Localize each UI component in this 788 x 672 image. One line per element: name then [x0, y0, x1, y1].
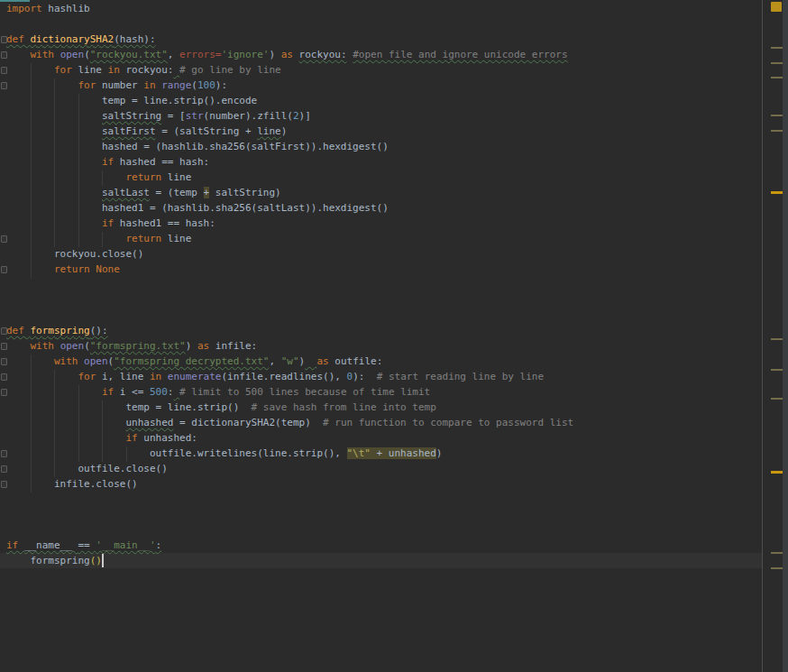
code-line[interactable]: unhashed = dictionarySHA2(temp) # run fu…	[6, 415, 573, 430]
code-line[interactable]: return None	[6, 262, 573, 277]
code-line[interactable]: with open("formspring decrypted.txt", "w…	[6, 354, 573, 369]
code-token	[6, 95, 102, 106]
code-token: ():	[90, 325, 108, 336]
code-token	[6, 141, 102, 152]
code-line[interactable]: with open("rockyou.txt", errors='ignore'…	[6, 47, 573, 62]
code-token: as	[197, 340, 215, 352]
code-token: outfile.close()	[78, 463, 167, 474]
code-line[interactable]: saltString = [str(number).zfill(2)]	[6, 108, 573, 124]
code-line[interactable]	[6, 277, 573, 292]
error-stripe[interactable]	[763, 0, 783, 672]
stripe-mark-typo[interactable]	[771, 398, 783, 400]
code-token: ()	[90, 555, 102, 566]
code-token	[6, 79, 78, 91]
code-line[interactable]: rockyou.close()	[6, 246, 573, 262]
stripe-mark-typo[interactable]	[771, 77, 783, 78]
code-line[interactable]: for i, line in enumerate(infile.readline…	[6, 369, 573, 384]
code-token: in	[143, 79, 161, 91]
fold-marker[interactable]	[1, 235, 7, 243]
code-line[interactable]: temp = line.strip().encode	[6, 93, 573, 108]
code-line[interactable]: saltLast = (temp + saltString)	[6, 185, 573, 200]
code-line[interactable]: return line	[6, 170, 573, 185]
code-line[interactable]: if i <= 500: # limit to 500 lines becaus…	[6, 384, 573, 400]
code-token: __name__	[24, 539, 78, 551]
stripe-mark-typo[interactable]	[771, 115, 783, 116]
code-token: with	[31, 340, 60, 352]
code-token: "formspring.txt"	[90, 340, 186, 352]
code-line[interactable]: for number in range(100):	[6, 78, 573, 93]
code-token	[6, 447, 150, 459]
stripe-mark-warning[interactable]	[771, 191, 783, 194]
code-token	[6, 110, 102, 122]
code-line[interactable]	[6, 492, 573, 507]
stripe-mark-typo[interactable]	[771, 567, 783, 569]
code-area[interactable]: import hashlibdef dictionarySHA2(hash): …	[6, 1, 573, 568]
code-line[interactable]: infile.close()	[6, 476, 573, 492]
code-token	[6, 248, 54, 260]
fold-marker[interactable]	[1, 343, 7, 350]
inspection-status-indicator[interactable]	[771, 2, 782, 12]
stripe-mark-typo[interactable]	[771, 62, 783, 64]
fold-marker[interactable]	[1, 389, 7, 396]
code-token	[6, 401, 125, 413]
code-token: 500	[150, 386, 168, 398]
stripe-mark-typo[interactable]	[771, 47, 783, 49]
code-token: in	[108, 64, 126, 76]
code-token: hashed == hash:	[120, 156, 209, 168]
code-line[interactable]: def formspring():	[6, 323, 573, 338]
fold-marker[interactable]	[1, 481, 7, 488]
code-token: (	[84, 49, 90, 60]
code-line[interactable]: if unhashed:	[6, 430, 573, 446]
stripe-mark-typo[interactable]	[771, 338, 783, 340]
fold-marker[interactable]	[1, 82, 7, 89]
code-token: "\t"	[347, 447, 371, 459]
code-token: = (temp	[150, 187, 204, 198]
code-token: )	[186, 340, 197, 352]
code-line[interactable]: if __name__ == '__main__':	[6, 538, 573, 553]
code-line[interactable]: def dictionarySHA2(hash):	[6, 32, 573, 47]
stripe-mark-typo[interactable]	[771, 130, 783, 132]
code-token	[6, 64, 54, 76]
code-token	[6, 386, 102, 398]
fold-marker[interactable]	[1, 450, 7, 457]
code-token: (	[84, 340, 90, 352]
code-token: line	[168, 171, 192, 183]
fold-marker[interactable]	[1, 327, 7, 335]
code-token: open	[84, 355, 108, 367]
code-token: if	[102, 386, 120, 398]
code-line[interactable]: outfile.writelines(line.strip(), "\t" + …	[6, 446, 573, 461]
code-token: )	[281, 125, 288, 137]
code-line[interactable]: with open("formspring.txt") as infile:	[6, 338, 573, 354]
fold-marker[interactable]	[1, 266, 7, 273]
code-line[interactable]	[6, 522, 573, 538]
fold-marker[interactable]	[1, 465, 7, 473]
code-line[interactable]: import hashlib	[6, 1, 573, 16]
code-line[interactable]: saltFirst = (saltString + line)	[6, 124, 573, 139]
code-token: hashlib	[42, 3, 90, 14]
code-line[interactable]	[6, 292, 573, 308]
fold-marker[interactable]	[1, 358, 7, 365]
stripe-mark-warning[interactable]	[771, 471, 783, 474]
code-line[interactable]	[6, 507, 573, 522]
code-line[interactable]: formspring()	[6, 553, 573, 568]
fold-marker[interactable]	[1, 373, 7, 381]
code-line[interactable]	[6, 308, 573, 323]
code-token: line	[78, 64, 107, 76]
scrollbar-track[interactable]	[783, 0, 788, 672]
code-line[interactable]: hashed = (hashlib.sha256(saltFirst)).hex…	[6, 139, 573, 154]
code-line[interactable]: outfile.close()	[6, 461, 573, 476]
code-line[interactable]	[6, 16, 573, 32]
code-line[interactable]: for line in rockyou: # go line by line	[6, 62, 573, 78]
code-token: hashed1 = (hashlib.sha256(saltLast)).hex…	[102, 202, 389, 214]
stripe-mark-typo[interactable]	[771, 369, 783, 371]
code-token	[6, 263, 54, 275]
code-line[interactable]: return line	[6, 231, 573, 246]
fold-marker[interactable]	[1, 67, 7, 74]
code-line[interactable]: if hashed1 == hash:	[6, 216, 573, 231]
code-line[interactable]: if hashed == hash:	[6, 154, 573, 170]
fold-marker[interactable]	[1, 36, 7, 43]
code-line[interactable]: temp = line.strip() # save hash from lin…	[6, 400, 573, 415]
code-line[interactable]: hashed1 = (hashlib.sha256(saltLast)).hex…	[6, 200, 573, 216]
fold-marker[interactable]	[1, 51, 7, 59]
stripe-mark-typo[interactable]	[771, 552, 783, 554]
